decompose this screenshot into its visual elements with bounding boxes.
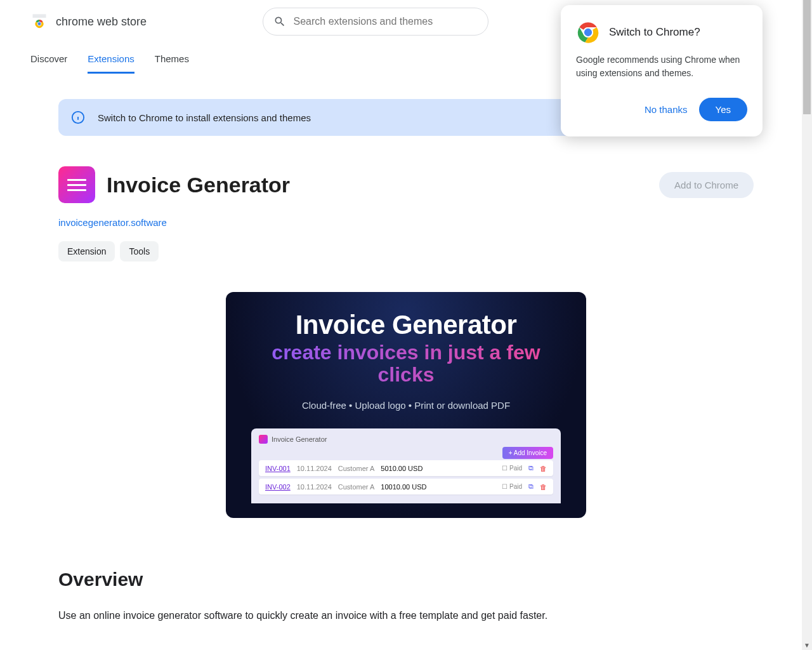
switch-to-chrome-popup: Switch to Chrome? Google recommends usin… [561, 5, 763, 136]
promo-title: Invoice Generator [251, 310, 561, 340]
scroll-down-arrow-icon[interactable]: ▼ [802, 640, 812, 650]
promo-features: Cloud-free • Upload logo • Print or down… [251, 400, 561, 411]
tab-discover[interactable]: Discover [30, 48, 67, 74]
tab-themes[interactable]: Themes [155, 48, 189, 74]
promo-mini-icon [259, 435, 268, 444]
chrome-web-store-logo-icon [30, 13, 48, 30]
trash-icon: 🗑 [540, 483, 547, 491]
store-logo-link[interactable]: chrome web store [30, 13, 147, 30]
promo-invoice-row: INV-002 10.11.2024 Customer A 10010.00 U… [259, 479, 553, 494]
popup-no-thanks-button[interactable]: No thanks [645, 104, 688, 115]
extension-title: Invoice Generator [107, 173, 648, 197]
banner-text: Switch to Chrome to install extensions a… [98, 112, 311, 123]
svg-rect-0 [33, 14, 46, 18]
info-icon [71, 110, 85, 124]
promo-add-invoice-button: + Add Invoice [502, 447, 553, 459]
overview-heading: Overview [58, 569, 754, 590]
tab-extensions[interactable]: Extensions [88, 48, 134, 74]
promo-app-name: Invoice Generator [272, 435, 327, 443]
promo-subtitle: create invoices in just a few clicks [251, 342, 561, 386]
search-input[interactable] [294, 16, 478, 27]
add-to-chrome-button[interactable]: Add to Chrome [659, 172, 754, 198]
store-title: chrome web store [56, 15, 147, 29]
scrollbar-track[interactable]: ▲ ▼ [802, 0, 812, 650]
chip-tools[interactable]: Tools [120, 241, 159, 262]
promo-image[interactable]: Invoice Generator create invoices in jus… [226, 292, 586, 518]
overview-description: Use an online invoice generator software… [58, 608, 754, 623]
extension-website-link[interactable]: invoicegenerator.software [58, 217, 167, 228]
copy-icon: ⧉ [528, 464, 534, 472]
chip-extension[interactable]: Extension [58, 241, 115, 262]
popup-title: Switch to Chrome? [609, 26, 700, 39]
chrome-logo-icon [576, 20, 600, 44]
popup-body: Google recommends using Chrome when usin… [576, 53, 747, 80]
search-icon [273, 15, 286, 28]
popup-yes-button[interactable]: Yes [699, 98, 747, 121]
promo-app-preview: Invoice Generator + Add Invoice INV-001 … [251, 428, 561, 503]
extension-icon [58, 166, 95, 203]
scrollbar-thumb[interactable] [803, 0, 811, 114]
trash-icon: 🗑 [540, 465, 547, 472]
promo-invoice-row: INV-001 10.11.2024 Customer A 5010.00 US… [259, 460, 553, 476]
copy-icon: ⧉ [528, 482, 534, 491]
search-box[interactable] [263, 8, 488, 36]
